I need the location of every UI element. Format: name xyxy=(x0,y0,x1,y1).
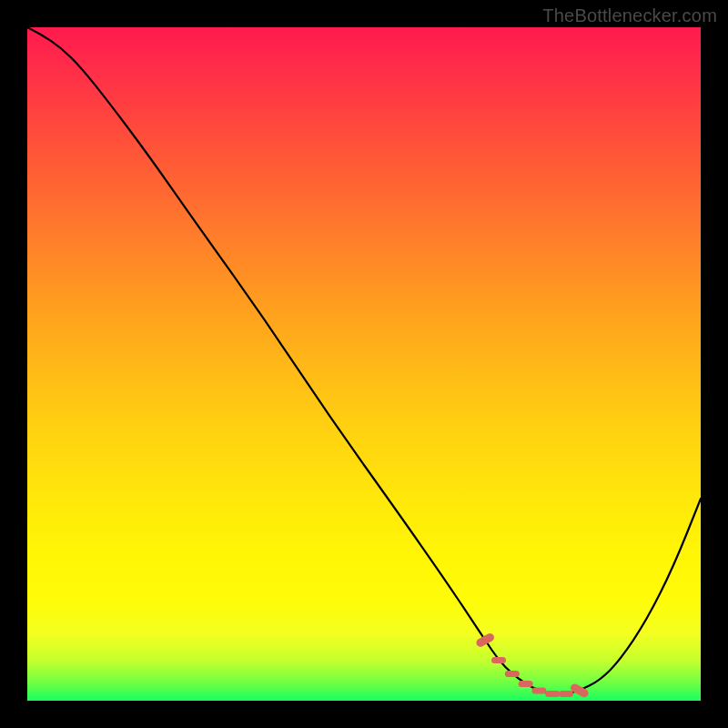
watermark-text: TheBottlenecker.com xyxy=(542,5,717,26)
gradient-background xyxy=(27,27,701,701)
chart-frame: TheBottlenecker.com xyxy=(0,0,728,728)
plot-area xyxy=(27,27,701,701)
